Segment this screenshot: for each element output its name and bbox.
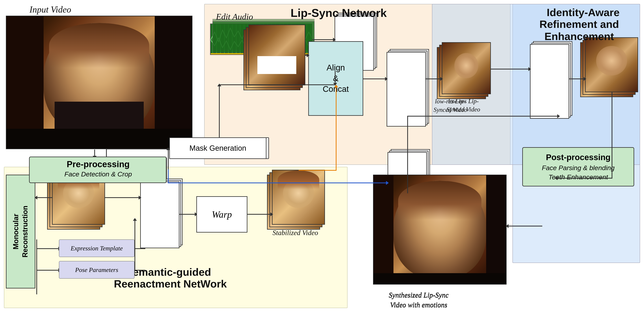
arrow-to-mask-h (106, 149, 172, 149)
arrow-align-to-lvnet (363, 78, 387, 79)
arrow-lanet-to-align-h (308, 84, 335, 85)
pose-params-text: Pose Parameters (75, 266, 118, 274)
identity-title-line1: Identity-Aware (526, 6, 640, 18)
low-res-synced-label: low-res Lip-Synced Video (434, 97, 467, 114)
identity-title-line2: Refinement and Enhancement (518, 18, 640, 42)
arrow-mask-to-align-v (219, 84, 220, 139)
arrow-mask-to-align-h (219, 84, 309, 85)
input-video-title: Input Video (30, 4, 71, 15)
arrow-mono-to-expr-h (36, 248, 60, 249)
lipsync-face-front (248, 24, 305, 85)
input-video-frame (6, 16, 192, 149)
eu-net-box (530, 44, 569, 119)
pose-params-box-final: Pose Parameters (59, 261, 134, 279)
arrow-face-to-post-v (612, 92, 612, 179)
monocular-label: MonocularReconstruction (12, 206, 30, 258)
postprocessing-box: Post-processing Face Parsing & blendingT… (522, 147, 634, 186)
arrow-pose-to-dnet-v (134, 219, 135, 271)
postprocessing-label1: Post-processing (546, 152, 610, 163)
white-mouth-mask (258, 56, 296, 74)
arrow-mono-to-pose-h (36, 270, 60, 271)
arrow-warp-to-stab (248, 214, 272, 215)
semantic-title-line1: Semantic-guided (126, 266, 211, 278)
orange-arrow-h-bottom (299, 170, 336, 171)
expr-template-text: Expression Template (71, 245, 123, 252)
arrow-lowres-to-eunet (491, 69, 530, 69)
warp-box-final: Warp (196, 196, 248, 233)
arrow-dnet-to-warp (180, 214, 197, 215)
arrow-face-to-post-h (556, 178, 612, 179)
arrow-face-to-align (305, 55, 309, 56)
synthesized-video (373, 175, 506, 285)
blue-arrow-h (168, 183, 388, 183)
synth-label: Synthesized Lip-SyncVideo with emotions (389, 290, 449, 310)
lv-net-box (386, 52, 426, 127)
preproc-text2: Face Detection & Crop (30, 170, 166, 178)
semantic-title-line2: Reenactment NetWork (114, 278, 227, 290)
align-label: Align (322, 62, 349, 73)
blue-arrow-v-from-preproc (168, 169, 169, 183)
warp-text: Warp (212, 209, 232, 220)
arrow-post-to-synth (506, 226, 542, 227)
hires-face-front (585, 37, 638, 92)
lowres-face-front (442, 42, 491, 94)
arrow-mono-to-expr-v (36, 239, 37, 294)
arrow-expr-to-dnet-h (134, 248, 145, 249)
arrow-mono-to-face (35, 197, 52, 198)
mask-gen-box-final: Mask Generation (169, 137, 266, 159)
stabilized-face-front (272, 170, 325, 225)
expr-template-box-final: Expression Template (59, 239, 134, 257)
line-preproc-right (168, 148, 169, 172)
stabilized-vid-label: Stabilized Video (272, 229, 318, 237)
arrow-eunet-to-face (569, 78, 586, 79)
arrow-audio-to-lanet (312, 39, 335, 40)
amp-label: & (322, 73, 349, 84)
arrow-einet-to-eunet-h (407, 116, 559, 117)
monocular-box: MonocularReconstruction (6, 175, 35, 289)
arrow-einet-to-eunet-v (407, 116, 408, 193)
d-net-box (140, 182, 180, 248)
lipsync-section-title: Lip-Sync Network (290, 6, 387, 19)
orange-arrow-v (336, 85, 336, 171)
edit-audio-title: Edit Audio (216, 12, 253, 22)
preproc-text1: Pre-processing (30, 159, 166, 169)
arrow-face-to-dnet (105, 197, 140, 198)
mask-gen-label: Mask Generation (190, 144, 246, 152)
arrow-lvnet-to-face (426, 78, 442, 79)
